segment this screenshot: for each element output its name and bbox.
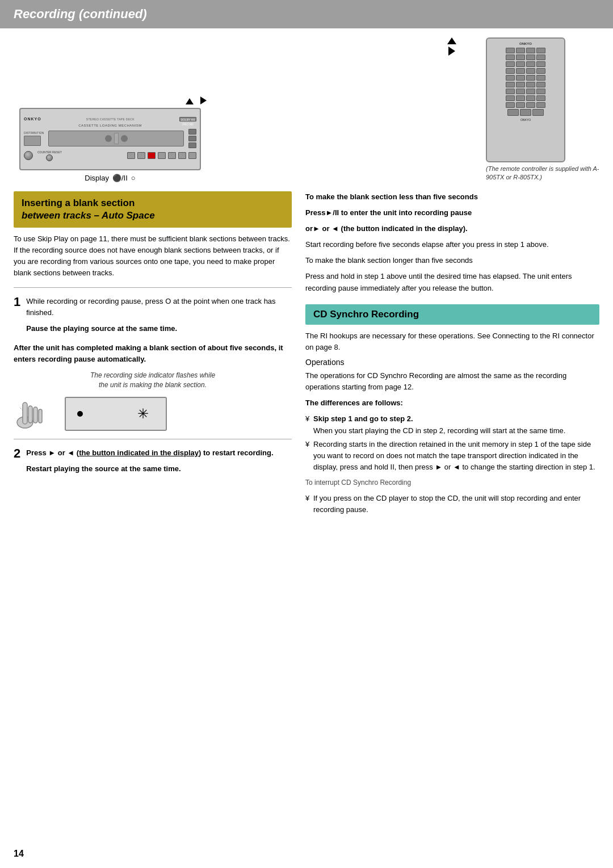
left-column: Inserting a blank section between tracks… [14,191,292,518]
operations-header: Operations [305,358,599,367]
arrow-up-remote [447,37,456,44]
step-1-text: While recording or recording pause, pres… [26,296,292,318]
step-2-block: 2 Press ► or ◄ (the button indicated in … [14,447,292,479]
display-label: Display [85,174,109,182]
five-sec-step2: or► or ◄ (the button indicated in the di… [305,223,599,234]
step-1-content: While recording or recording pause, pres… [26,296,292,339]
svg-line-5 [19,407,23,410]
longer-header: To make the blank section longer than fi… [305,255,599,266]
svg-rect-4 [39,409,42,423]
differences-header: The differences are follows: [305,397,599,409]
right-column: To make the blank section less than five… [305,191,599,518]
arrow-up-cassette [186,98,194,104]
longer-step: Press and hold in step 1 above until the… [305,271,599,293]
step-2-sub: Restart playing the source at the same t… [26,463,273,475]
remote-controller-image: ONKYO ONKYO [486,37,565,162]
divider-2 [14,439,292,439]
illustration-row: ✳ [14,397,292,431]
svg-rect-1 [23,402,27,424]
display-label-row: Display ⚫/II ○ [85,174,135,182]
step-1-block: 1 While recording or recording pause, pr… [14,296,292,366]
blink-indicator: ✳ [137,406,149,422]
interrupt-header: To interrupt CD Synchro Recording [305,477,599,488]
step-1-number: 1 [14,296,20,308]
italic-caption-2: the unit is making the blank section. [14,380,292,390]
five-sec-step1: Press►/II to enter the unit into recordi… [305,207,599,219]
divider-1 [14,287,292,288]
page-header: Recording (continued) [0,0,613,28]
inserting-section-header: Inserting a blank section between tracks… [14,191,292,228]
hand-press-icon [14,397,53,431]
remote-wrapper: ONKYO ONKYO (The remote controller is su… [447,37,599,182]
step-2-content: Press ► or ◄ (the button indicated in th… [26,447,273,479]
cd-synchro-header: CD Synchro Recording [305,304,599,325]
step-2-number: 2 [14,447,20,460]
cd-synchro-heading: CD Synchro Recording [313,309,591,320]
inserting-intro: To use Skip Play on page 11, there must … [14,233,292,279]
five-sec-header: To make the blank section less than five… [305,191,599,203]
cd-synchro-intro: The RI hookups are necessary for these o… [305,330,599,353]
step-1-detail: After the unit has completed making a bl… [14,342,292,365]
step-1-sub: Pause the playing source at the same tim… [26,323,292,334]
italic-caption-1: The recording side indicator flashes whi… [14,371,292,380]
two-column-layout: Inserting a blank section between tracks… [14,191,599,518]
five-sec-step3: Start recording before five seconds elap… [305,239,599,250]
cassette-unit-container: ONKYO STEREO CASSETTE TAPE DECK DOLBY HX… [14,97,207,182]
cassette-unit-image: ONKYO STEREO CASSETTE TAPE DECK DOLBY HX… [19,108,201,170]
remote-caption: (The remote controller is supplied with … [486,165,599,182]
interrupt-bullet: If you press on the CD player to stop th… [305,493,599,515]
page-number: 14 [14,849,24,859]
step-2-text: Press ► or ◄ (the button indicated in th… [26,447,273,459]
tape-display-box: ✳ [65,397,167,431]
recording-indicator [77,411,83,417]
svg-rect-3 [33,407,37,423]
bullet-2: Recording starts in the direction retain… [305,439,599,473]
svg-rect-2 [28,406,32,423]
page-title: Recording (continued) [14,7,599,22]
arrow-right-cassette [200,97,207,104]
top-image-section: ONKYO STEREO CASSETTE TAPE DECK DOLBY HX… [14,37,599,182]
arrow-right-remote [448,47,455,56]
inserting-heading: Inserting a blank section between tracks… [22,197,284,222]
operations-text: The operations for CD Synchro Recording … [305,370,599,393]
bullet-1: Skip step 1 and go to step 2. When you s… [305,413,599,436]
